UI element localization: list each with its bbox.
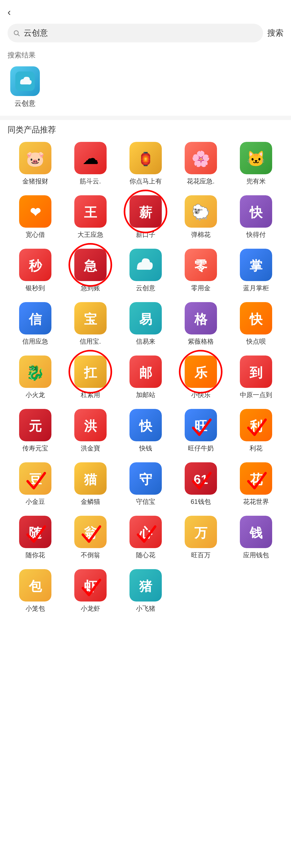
app-cell[interactable]: 利 利花 bbox=[228, 409, 284, 453]
app-label: 蓝月掌柜 bbox=[243, 284, 269, 292]
svg-text:翁: 翁 bbox=[84, 526, 97, 540]
app-cell[interactable]: 易 信易来 bbox=[118, 302, 173, 346]
app-label: 金猪报财 bbox=[22, 177, 48, 186]
app-icon: 猪 bbox=[130, 569, 162, 601]
app-icon: 🌸 bbox=[185, 142, 217, 174]
app-label: 信用应急 bbox=[22, 337, 48, 346]
app-cell[interactable]: 信 信用应急 bbox=[7, 302, 63, 346]
app-label: 花花应急. bbox=[187, 177, 215, 186]
app-cell[interactable]: 万 旺百万 bbox=[173, 516, 228, 559]
app-label: 零用金 bbox=[191, 284, 211, 292]
app-cell[interactable]: 到 中原一点到 bbox=[228, 355, 284, 399]
recommend-title: 同类产品推荐 bbox=[7, 124, 284, 135]
app-cell[interactable]: 包 小笼包 bbox=[7, 569, 63, 613]
app-cell[interactable]: 花 花花世界 bbox=[228, 462, 284, 506]
svg-text:🐉: 🐉 bbox=[26, 364, 45, 381]
svg-text:豆: 豆 bbox=[29, 472, 42, 487]
svg-text:掌: 掌 bbox=[250, 259, 262, 273]
search-button[interactable]: 搜索 bbox=[267, 28, 284, 38]
app-cell[interactable]: 🏮 你点马上有 bbox=[118, 142, 173, 186]
app-cell[interactable]: 零 零用金 bbox=[173, 249, 228, 292]
app-cell[interactable]: 扛 杠紧用 bbox=[63, 355, 118, 399]
svg-text:🏮: 🏮 bbox=[138, 151, 154, 167]
app-cell[interactable]: 🐷 金猪报财 bbox=[7, 142, 63, 186]
app-label: 筋斗云. bbox=[80, 177, 101, 186]
app-label: 信用宝. bbox=[80, 337, 101, 346]
app-cell[interactable]: 洪 洪金寶 bbox=[63, 409, 118, 453]
app-cell[interactable]: 宝 信用宝. bbox=[63, 302, 118, 346]
app-cell[interactable]: 急 急到账 bbox=[63, 249, 118, 292]
app-cell[interactable]: 🐑 弹棉花 bbox=[173, 195, 228, 239]
app-icon bbox=[130, 249, 162, 281]
app-icon: 洪 bbox=[74, 409, 107, 441]
search-result-area: 云创意 bbox=[0, 63, 291, 120]
svg-text:扛: 扛 bbox=[84, 366, 97, 380]
app-icon: 快 bbox=[130, 409, 162, 441]
app-cell[interactable]: 猫 金鳞猫 bbox=[63, 462, 118, 506]
app-icon: 元 bbox=[19, 409, 51, 441]
app-icon: 到 bbox=[240, 355, 272, 388]
svg-text:❤: ❤ bbox=[30, 205, 41, 220]
app-cell[interactable]: 云创意 bbox=[118, 249, 173, 292]
app-cell[interactable]: 心 随心花 bbox=[118, 516, 173, 559]
svg-text:虾: 虾 bbox=[84, 579, 97, 593]
svg-text:随: 随 bbox=[29, 526, 42, 540]
svg-text:急: 急 bbox=[84, 259, 98, 273]
app-cell[interactable]: 猪 小飞猪 bbox=[118, 569, 173, 613]
search-input-wrap[interactable]: 云创意 bbox=[7, 24, 263, 42]
back-button[interactable]: ‹ bbox=[7, 7, 11, 17]
app-cell[interactable]: 随 随你花 bbox=[7, 516, 63, 559]
app-cell[interactable]: 乐 小快乐 bbox=[173, 355, 228, 399]
app-cell[interactable]: 格 紫薇格格 bbox=[173, 302, 228, 346]
app-cell[interactable]: 61 61钱包 bbox=[173, 462, 228, 506]
app-icon: 王 bbox=[74, 195, 107, 228]
app-cell[interactable]: 快 快钱 bbox=[118, 409, 173, 453]
app-icon: 快 bbox=[240, 195, 272, 228]
app-label: 小快乐 bbox=[191, 391, 211, 399]
svg-text:🌸: 🌸 bbox=[191, 150, 210, 168]
svg-text:元: 元 bbox=[29, 419, 42, 433]
svg-text:邮: 邮 bbox=[139, 366, 152, 380]
search-result-app[interactable]: 云创意 bbox=[7, 66, 42, 108]
app-icon: 🐷 bbox=[19, 142, 51, 174]
svg-text:猫: 猫 bbox=[84, 472, 97, 487]
app-cell[interactable]: 快 快得付 bbox=[228, 195, 284, 239]
app-cell[interactable]: 🐉 小火龙 bbox=[7, 355, 63, 399]
app-label: 洪金寶 bbox=[81, 444, 100, 453]
app-cell[interactable]: 秒 银秒到 bbox=[7, 249, 63, 292]
app-cell[interactable]: 钱 应用钱包 bbox=[228, 516, 284, 559]
app-label: 利花 bbox=[250, 444, 262, 453]
svg-text:🐑: 🐑 bbox=[191, 204, 210, 221]
app-icon: 零 bbox=[185, 249, 217, 281]
app-cell[interactable]: 旺 旺仔牛奶 bbox=[173, 409, 228, 453]
app-cell[interactable]: 翁 不倒翁 bbox=[63, 516, 118, 559]
app-icon: 易 bbox=[130, 302, 162, 335]
app-cell[interactable]: 薪 薪口子 bbox=[118, 195, 173, 239]
app-cell[interactable]: 守 守信宝 bbox=[118, 462, 173, 506]
app-cell[interactable]: ☁ 筋斗云. bbox=[63, 142, 118, 186]
app-label: 随心花 bbox=[136, 551, 155, 559]
app-cell[interactable]: 邮 加邮站 bbox=[118, 355, 173, 399]
svg-text:利: 利 bbox=[249, 419, 262, 433]
app-cell[interactable]: 元 传寿元宝 bbox=[7, 409, 63, 453]
app-icon: ❤ bbox=[19, 195, 51, 228]
app-cell[interactable]: 豆 小金豆 bbox=[7, 462, 63, 506]
app-label: 快得付 bbox=[246, 230, 266, 239]
app-cell[interactable]: 掌 蓝月掌柜 bbox=[228, 249, 284, 292]
app-label: 加邮站 bbox=[136, 391, 155, 399]
svg-line-1 bbox=[18, 34, 20, 36]
app-cell[interactable]: 王 大王应急 bbox=[63, 195, 118, 239]
app-icon: 🏮 bbox=[130, 142, 162, 174]
app-icon: 秒 bbox=[19, 249, 51, 281]
app-cell[interactable]: 虾 小龙虾 bbox=[63, 569, 118, 613]
app-label: 传寿元宝 bbox=[22, 444, 48, 453]
app-cell[interactable]: ❤ 宽心借 bbox=[7, 195, 63, 239]
svg-text:秒: 秒 bbox=[29, 259, 42, 273]
app-cell[interactable]: 🌸 花花应急. bbox=[173, 142, 228, 186]
app-cell[interactable]: 🐱 兜有米 bbox=[228, 142, 284, 186]
app-cell[interactable]: 快 快点呗 bbox=[228, 302, 284, 346]
svg-text:花: 花 bbox=[249, 472, 263, 487]
app-label: 快点呗 bbox=[246, 337, 266, 346]
app-label: 61钱包 bbox=[191, 497, 211, 506]
app-icon: 随 bbox=[19, 516, 51, 548]
